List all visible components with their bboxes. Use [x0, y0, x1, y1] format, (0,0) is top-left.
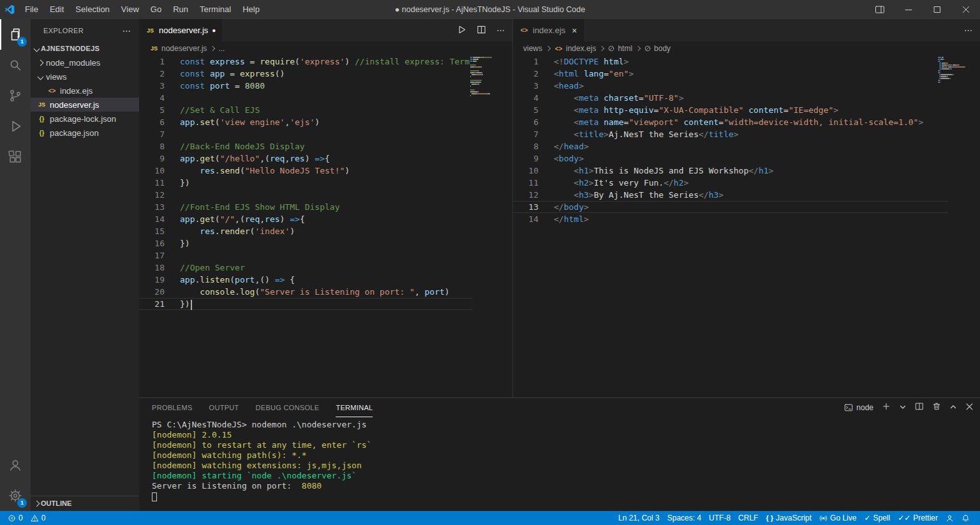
code-line[interactable]: 8//Back-End NodeJS Display	[139, 140, 473, 152]
panel-tab-problems[interactable]: PROBLEMS	[152, 398, 193, 417]
minimap-right[interactable]	[938, 57, 971, 84]
statusbar-eol[interactable]: CRLF	[734, 511, 762, 525]
code-line[interactable]: 16})	[139, 237, 473, 249]
code-line[interactable]: 19app.listen(port,() => {	[139, 274, 473, 286]
code-line[interactable]: 14app.get("/",(req,res) =>{	[139, 213, 473, 225]
kill-terminal-button[interactable]	[932, 402, 941, 413]
project-section-header[interactable]: AJNESTNODEJS	[31, 41, 139, 55]
statusbar-error[interactable]: 0	[4, 511, 27, 525]
code-line[interactable]: 5 <meta http-equiv="X-UA-Compatible" con…	[513, 104, 948, 116]
new-terminal-button[interactable]	[882, 402, 891, 413]
statusbar-go-live[interactable]: Go Live	[815, 511, 860, 525]
panel-tab-output[interactable]: OUTPUT	[209, 398, 239, 417]
menu-view[interactable]: View	[115, 0, 145, 19]
tab-nodeserver-js[interactable]: JS nodeserver.js ●	[139, 19, 222, 41]
tree-item-package.json[interactable]: {}package.json	[31, 126, 139, 140]
statusbar-notifications[interactable]	[958, 511, 974, 525]
settings-gear-icon[interactable]: 1	[0, 480, 31, 511]
code-line[interactable]: 10 res.send("Hello NodeJS Test!")	[139, 165, 473, 177]
terminal-output[interactable]: PS C:\AjNesTNodeJS> nodemon .\nodeserver…	[139, 417, 980, 511]
code-line[interactable]: 6app.set('view engine','ejs')	[139, 116, 473, 128]
menu-file[interactable]: File	[19, 0, 44, 19]
tree-item-views[interactable]: views	[31, 70, 139, 84]
code-line[interactable]: 12	[139, 189, 473, 201]
code-line[interactable]: 9app.get("/hello",(req,res) =>{	[139, 152, 473, 165]
menu-go[interactable]: Go	[145, 0, 167, 19]
breadcrumb-item[interactable]: html	[618, 44, 632, 53]
code-line[interactable]: 11 <h2>It's very Fun.</h2>	[513, 177, 948, 189]
code-line[interactable]: 2<html lang="en">	[513, 68, 948, 80]
code-line[interactable]: 17	[139, 249, 473, 262]
menu-selection[interactable]: Selection	[70, 0, 115, 19]
code-line[interactable]: 1<!DOCTYPE html>	[513, 55, 948, 68]
code-editor-index-ejs[interactable]: 1<!DOCTYPE html>2<html lang="en">3<head>…	[513, 55, 980, 397]
code-line[interactable]: 4	[139, 92, 473, 104]
code-line[interactable]: 7 <title>Aj.NesT the Series</title>	[513, 128, 948, 140]
run-debug-icon[interactable]	[0, 111, 31, 142]
run-file-button[interactable]	[457, 25, 466, 36]
statusbar-account[interactable]	[942, 511, 958, 525]
breadcrumb-item[interactable]: views	[523, 44, 542, 53]
code-line[interactable]: 3const port = 8080	[139, 80, 473, 92]
code-editor-nodeserver[interactable]: 1const express = require('express') //in…	[139, 55, 512, 397]
tree-item-index.ejs[interactable]: <>index.ejs	[31, 84, 139, 98]
minimize-button[interactable]	[894, 0, 923, 19]
tab-index-ejs[interactable]: <> index.ejs ×	[513, 19, 584, 41]
breadcrumb-item[interactable]: ...	[218, 44, 225, 53]
menu-terminal[interactable]: Terminal	[194, 0, 237, 19]
source-control-icon[interactable]	[0, 80, 31, 111]
search-icon[interactable]	[0, 50, 31, 80]
menu-help[interactable]: Help	[237, 0, 265, 19]
layout-toggle-icon[interactable]	[865, 0, 894, 19]
code-line[interactable]: 14</html>	[513, 213, 948, 225]
code-line[interactable]: 9<body>	[513, 152, 948, 165]
explorer-icon[interactable]: 1	[0, 19, 31, 50]
code-line[interactable]: 8</head>	[513, 140, 948, 152]
panel-tab-debug-console[interactable]: DEBUG CONSOLE	[256, 398, 320, 417]
outline-section-header[interactable]: OUTLINE	[31, 496, 139, 510]
close-button[interactable]	[951, 0, 980, 19]
statusbar-cursor-position[interactable]: Ln 21, Col 3	[614, 511, 664, 525]
code-line[interactable]: 3<head>	[513, 80, 948, 92]
code-line[interactable]: 13//Font-End EJS Show HTML Display	[139, 201, 473, 213]
code-line[interactable]: 6 <meta name="viewport" content="width=d…	[513, 116, 948, 128]
minimap-left[interactable]	[470, 57, 503, 97]
code-line[interactable]: 13</body>	[513, 201, 948, 213]
code-line[interactable]: 15 res.render('index')	[139, 225, 473, 237]
terminal-shell-selector[interactable]: node	[844, 403, 873, 412]
code-line[interactable]: 5//Set & Call EJS	[139, 104, 473, 116]
code-line[interactable]: 18//Open Server	[139, 262, 473, 274]
code-line[interactable]: 10 <h1>This is NodeJS and EJS Workshop</…	[513, 165, 948, 177]
statusbar-indentation[interactable]: Spaces: 4	[664, 511, 705, 525]
code-line[interactable]: 21})	[139, 298, 473, 310]
split-terminal-button[interactable]	[915, 402, 924, 413]
menu-run[interactable]: Run	[167, 0, 194, 19]
statusbar-encoding[interactable]: UTF-8	[705, 511, 734, 525]
menu-edit[interactable]: Edit	[44, 0, 70, 19]
tab-close-icon[interactable]: ×	[572, 26, 577, 36]
tree-item-package-lock.json[interactable]: {}package-lock.json	[31, 112, 139, 126]
close-panel-button[interactable]	[965, 402, 974, 413]
code-line[interactable]: 2const app = express()	[139, 68, 473, 80]
editor-more-actions-icon[interactable]: ⋯	[496, 26, 505, 35]
breadcrumb-item[interactable]: index.ejs	[566, 44, 596, 53]
code-line[interactable]: 12 <h3>By Aj.NesT the Series</h3>	[513, 189, 948, 201]
panel-tab-terminal[interactable]: TERMINAL	[336, 398, 373, 417]
statusbar-warning[interactable]: 0	[27, 511, 50, 525]
breadcrumb-item[interactable]: nodeserver.js	[161, 44, 207, 53]
more-actions-icon[interactable]: ⋯	[122, 26, 131, 36]
code-line[interactable]: 4 <meta charset="UTF-8">	[513, 92, 948, 104]
statusbar-language-mode[interactable]: { }JavaScript	[762, 511, 815, 525]
tree-item-node_modules[interactable]: node_modules	[31, 55, 139, 70]
maximize-button[interactable]	[923, 0, 951, 19]
statusbar-prettier[interactable]: ✓✓Prettier	[894, 511, 942, 525]
split-editor-button[interactable]	[477, 25, 486, 36]
statusbar-spell[interactable]: ✓Spell	[860, 511, 894, 525]
terminal-dropdown-icon[interactable]	[899, 402, 907, 413]
breadcrumb-item[interactable]: body	[654, 44, 671, 53]
code-line[interactable]: 1const express = require('express') //in…	[139, 55, 473, 68]
editor-more-actions-icon[interactable]: ⋯	[964, 26, 972, 35]
account-icon[interactable]	[0, 450, 31, 480]
maximize-panel-button[interactable]	[949, 402, 957, 413]
tree-item-nodeserver.js[interactable]: JSnodeserver.js	[31, 98, 139, 112]
